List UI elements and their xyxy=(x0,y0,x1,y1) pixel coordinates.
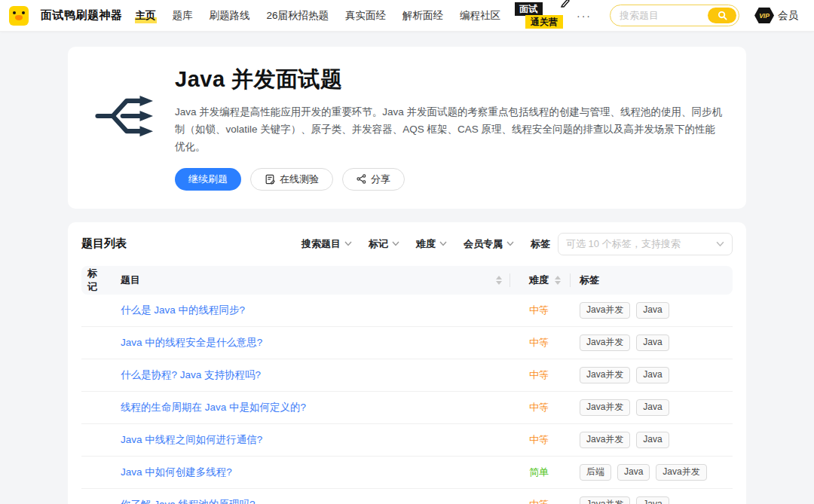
share-button[interactable]: 分享 xyxy=(342,168,405,191)
filter-dropdown-2[interactable]: 难度 xyxy=(416,237,447,251)
table-header: 标记 题目 难度 标签 xyxy=(81,266,733,295)
tag-select[interactable]: 可选 10 个标签，支持搜索 xyxy=(558,233,733,255)
tag-chip[interactable]: Java xyxy=(636,399,669,417)
main-nav: 主页题库刷题路线26届秋招热题真实面经解析面经编程社区 xyxy=(135,8,502,24)
nav-item-2[interactable]: 刷题路线 xyxy=(209,8,251,24)
difficulty-label: 中等 xyxy=(510,304,570,317)
chevron-down-icon xyxy=(716,241,724,247)
more-menu-icon[interactable]: ··· xyxy=(575,10,593,22)
vip-label: 会员 xyxy=(778,9,798,23)
topic-hero-card: Java 并发面试题 Java 并发编程是高性能应用开发的重要环节。Java 并… xyxy=(68,47,746,209)
question-link[interactable]: Java 中的线程安全是什么意思? xyxy=(121,337,262,348)
search-input[interactable] xyxy=(620,10,708,21)
list-title: 题目列表 xyxy=(81,237,301,251)
table-row: Java 中的线程安全是什么意思?中等Java并发Java xyxy=(81,327,733,359)
hero-icon-box xyxy=(78,65,175,148)
table-row: 什么是 Java 中的线程同步?中等Java并发Java xyxy=(81,295,733,327)
tag-chip[interactable]: Java xyxy=(636,432,669,449)
tag-chip[interactable]: Java并发 xyxy=(580,302,630,319)
search-icon xyxy=(718,11,727,20)
chevron-down-icon xyxy=(506,241,514,246)
sort-title-control[interactable] xyxy=(494,274,503,286)
online-quiz-button[interactable]: 在线测验 xyxy=(250,168,333,191)
vip-icon: VIP xyxy=(754,8,774,23)
difficulty-label: 中等 xyxy=(510,368,570,382)
question-link[interactable]: 什么是协程? Java 支持协程吗? xyxy=(121,369,261,380)
nav-item-3[interactable]: 26届秋招热题 xyxy=(266,8,330,24)
question-link[interactable]: 线程的生命周期在 Java 中是如何定义的? xyxy=(121,402,306,413)
camp-badge-bottom: 通关营 xyxy=(525,15,563,29)
search-box xyxy=(610,5,739,26)
difficulty-label: 中等 xyxy=(510,433,570,447)
duck-logo-icon[interactable] xyxy=(9,6,29,26)
tags-cell: Java并发Java xyxy=(570,302,733,319)
question-list-card: 题目列表 搜索题目标记难度会员专属 标签 可选 10 个标签，支持搜索 标记 题… xyxy=(68,222,746,504)
column-header-tags: 标签 xyxy=(570,266,733,295)
topic-description: Java 并发编程是高性能应用开发的重要环节。Java 并发面试题的考察重点包括… xyxy=(175,104,725,156)
tags-cell: 后端JavaJava并发 xyxy=(570,464,733,481)
question-link[interactable]: 什么是 Java 中的线程同步? xyxy=(121,304,245,316)
tag-chip[interactable]: Java并发 xyxy=(580,399,630,417)
table-row: Java 中如何创建多线程?简单后端JavaJava并发 xyxy=(81,457,733,489)
column-header-title: 题目 xyxy=(115,266,510,295)
difficulty-label: 中等 xyxy=(510,401,570,414)
tags-cell: Java并发Java xyxy=(570,432,733,449)
nav-item-6[interactable]: 编程社区 xyxy=(459,8,501,24)
pencil-icon xyxy=(560,0,571,8)
filters-bar: 搜索题目标记难度会员专属 xyxy=(301,237,514,251)
question-table-body: 什么是 Java 中的线程同步?中等Java并发JavaJava 中的线程安全是… xyxy=(81,295,733,504)
nav-item-4[interactable]: 真实面经 xyxy=(344,8,387,24)
chevron-down-icon xyxy=(439,241,447,246)
share-icon xyxy=(357,174,366,184)
difficulty-label: 中等 xyxy=(510,498,570,504)
tag-chip[interactable]: Java并发 xyxy=(656,464,706,481)
tag-chip[interactable]: Java xyxy=(636,334,669,352)
tag-chip[interactable]: Java并发 xyxy=(580,367,630,384)
table-row: 你了解 Java 线程池的原理吗?中等Java并发Java xyxy=(81,489,733,504)
tags-cell: Java并发Java xyxy=(570,496,733,504)
vip-member-link[interactable]: VIP 会员 xyxy=(754,8,798,23)
tags-cell: Java并发Java xyxy=(570,334,733,352)
table-row: 什么是协程? Java 支持协程吗?中等Java并发Java xyxy=(81,359,733,392)
column-header-difficulty: 难度 xyxy=(510,266,570,295)
top-nav: 面试鸭刷题神器 主页题库刷题路线26届秋招热题真实面经解析面经编程社区 面试 通… xyxy=(0,0,814,32)
tag-chip[interactable]: Java xyxy=(636,496,669,504)
nav-item-1[interactable]: 题库 xyxy=(172,8,194,24)
chevron-down-icon xyxy=(344,241,352,246)
interview-camp-badge[interactable]: 面试 通关营 xyxy=(515,2,563,29)
tag-filter-label: 标签 xyxy=(531,237,550,251)
column-header-mark: 标记 xyxy=(81,266,115,295)
nav-item-5[interactable]: 解析面经 xyxy=(402,8,444,24)
nav-item-0[interactable]: 主页 xyxy=(135,8,157,24)
difficulty-label: 简单 xyxy=(510,466,570,479)
tag-chip[interactable]: Java并发 xyxy=(580,334,630,352)
tag-chip[interactable]: Java xyxy=(636,367,669,384)
filter-dropdown-3[interactable]: 会员专属 xyxy=(464,237,514,251)
tag-chip[interactable]: Java并发 xyxy=(580,496,630,504)
chevron-down-icon xyxy=(392,241,399,246)
filter-dropdown-1[interactable]: 标记 xyxy=(369,237,399,251)
tag-chip[interactable]: Java并发 xyxy=(580,432,630,449)
continue-practice-button[interactable]: 继续刷题 xyxy=(175,168,241,191)
table-row: Java 中线程之间如何进行通信?中等Java并发Java xyxy=(81,424,733,457)
difficulty-label: 中等 xyxy=(510,336,570,350)
search-button[interactable] xyxy=(708,8,736,23)
question-link[interactable]: 你了解 Java 线程池的原理吗? xyxy=(121,499,256,504)
tag-chip[interactable]: Java xyxy=(617,464,650,481)
filter-dropdown-0[interactable]: 搜索题目 xyxy=(301,237,352,251)
tag-select-placeholder: 可选 10 个标签，支持搜索 xyxy=(566,237,681,251)
tags-cell: Java并发Java xyxy=(570,399,733,417)
camp-badge-top: 面试 xyxy=(515,2,543,16)
question-link[interactable]: Java 中如何创建多线程? xyxy=(121,466,232,478)
brand-title[interactable]: 面试鸭刷题神器 xyxy=(41,8,123,23)
tag-chip[interactable]: Java xyxy=(636,302,669,319)
page-title: Java 并发面试题 xyxy=(175,65,725,95)
table-row: 线程的生命周期在 Java 中是如何定义的?中等Java并发Java xyxy=(81,392,733,424)
tag-chip[interactable]: 后端 xyxy=(580,464,611,481)
fork-branch-icon xyxy=(91,84,162,148)
question-link[interactable]: Java 中线程之间如何进行通信? xyxy=(121,434,262,445)
sort-difficulty-control[interactable] xyxy=(553,274,562,286)
quiz-paper-icon xyxy=(265,174,275,185)
tags-cell: Java并发Java xyxy=(570,367,733,384)
